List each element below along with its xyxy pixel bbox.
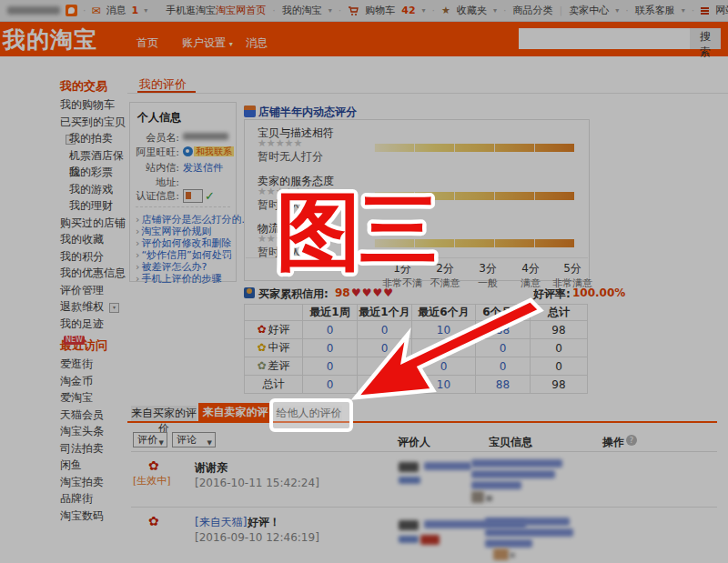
- topbar-categories-link[interactable]: 商品分类: [512, 4, 552, 17]
- chevron-down-icon: ▾: [615, 6, 619, 15]
- sidebar-item-finance[interactable]: 我的理财: [0, 197, 127, 215]
- topbar-seller-center-link[interactable]: 卖家中心: [569, 4, 609, 17]
- sidebar-item-review-management[interactable]: 评价管理: [0, 282, 127, 299]
- blurred-product-link[interactable]: [471, 481, 521, 489]
- topbar-mytaobao-link[interactable]: 我的淘宝: [282, 4, 322, 17]
- topbar-home-link[interactable]: 淘宝网首页: [216, 4, 266, 17]
- comment-filter-select[interactable]: 评论▼: [172, 432, 216, 447]
- new-badge: NEW: [64, 336, 85, 345]
- sidebar-item-brand-street[interactable]: 品牌街: [0, 490, 127, 508]
- sidebar-item-label: 闲鱼: [60, 458, 82, 471]
- sidebar-item-lottery[interactable]: 我的彩票: [0, 164, 127, 181]
- search-input[interactable]: [519, 28, 690, 49]
- col-header-reviewer: 评价人: [398, 435, 430, 450]
- sidebar-item-footprints[interactable]: 我的足迹NEW: [0, 316, 127, 333]
- topbar-site-nav-link[interactable]: 网站导航: [715, 4, 728, 17]
- sidebar-item-refunds[interactable]: 退款维权▾: [0, 298, 127, 316]
- contact-me-link[interactable]: 和我联系: [194, 146, 234, 156]
- sidebar-item-coupons[interactable]: 我的优惠信息: [0, 265, 127, 282]
- wangwang-icon[interactable]: [66, 5, 77, 16]
- sidebar-item-label: 我的拍卖: [69, 132, 113, 145]
- blurred-username: [7, 6, 60, 15]
- separator: ·: [503, 5, 507, 16]
- col-header-action: 操作: [602, 435, 624, 450]
- topbar-favorites-link[interactable]: 收藏夹: [457, 4, 487, 17]
- sidebar-item-label: 淘宝头条: [60, 425, 104, 437]
- blurred-reviewer-avatar: [399, 462, 419, 472]
- menu-icon: [701, 7, 709, 15]
- sidebar-item-aitaobao[interactable]: 爱淘宝: [0, 389, 127, 407]
- figure-label-char-1: 图: [276, 182, 361, 281]
- arrow-bullet-icon: ›: [136, 273, 139, 285]
- profile-title: 个人信息: [137, 110, 181, 126]
- sidebar-item-label: 我的足迹: [60, 317, 104, 330]
- blurred-product-link[interactable]: [471, 459, 562, 467]
- help-question-icon[interactable]: ?: [626, 435, 637, 446]
- cert-label: 认证信息:: [136, 189, 179, 203]
- mail-icon: ✉: [92, 5, 101, 17]
- separator: ·: [432, 5, 436, 16]
- sidebar-item-label: 品牌街: [60, 492, 93, 505]
- chevron-down-icon: ▾: [422, 6, 426, 15]
- wangwang-label: 阿里旺旺:: [136, 146, 179, 159]
- nav-messages[interactable]: 消息: [246, 35, 268, 51]
- blurred-member-name: [183, 133, 228, 140]
- rating-filter-select[interactable]: 评价▼: [133, 432, 167, 447]
- topbar-contact-service-link[interactable]: 联系客服: [635, 4, 675, 17]
- blurred-reviewer-avatar: [399, 520, 419, 530]
- sidebar-item-label: 淘宝数码: [60, 509, 104, 522]
- sidebar-item-label: 我的彩票: [69, 166, 113, 178]
- sidebar-item-games[interactable]: 我的游戏: [0, 181, 127, 198]
- send-mail-link[interactable]: 发送信件: [183, 161, 223, 175]
- credit-label: 买家累积信用:: [258, 287, 329, 302]
- blurred-product-thumbnail[interactable]: [471, 491, 484, 503]
- sidebar-item-xianyu[interactable]: 闲鱼: [0, 457, 127, 474]
- sidebar-item-favorites[interactable]: 我的收藏: [0, 231, 127, 248]
- sidebar-item-auctions[interactable]: 我的拍卖: [0, 130, 127, 147]
- sidebar-item-label: 淘宝拍卖: [60, 476, 104, 488]
- blurred-reviewer-name[interactable]: [424, 462, 471, 470]
- topbar-messages-link[interactable]: 消息: [106, 4, 126, 17]
- sidebar-item-taojinbi[interactable]: 淘金币: [0, 373, 127, 390]
- sidebar-item-points[interactable]: 我的积分: [0, 248, 127, 266]
- sidebar-item-cart[interactable]: 我的购物车: [0, 96, 127, 114]
- topbar-cart-link[interactable]: 购物车: [365, 4, 395, 17]
- nav-home[interactable]: 首页: [136, 35, 158, 51]
- site-logo[interactable]: 我的淘宝: [3, 25, 97, 55]
- chevron-down-icon: ▾: [329, 6, 332, 15]
- search-button[interactable]: 搜索: [690, 28, 721, 49]
- topbar-right: 淘宝网首页 · 我的淘宝 ▾ · 购物车 42 ▾ · ★ 收藏夹 ▾ · 商品…: [216, 4, 728, 17]
- blurred-product-link[interactable]: [485, 518, 570, 526]
- sidebar-item-flights-hotels[interactable]: 机票酒店保险: [0, 147, 127, 165]
- cart-count[interactable]: 42: [401, 5, 415, 16]
- sidebar-item-aiguangjie[interactable]: 爱逛街: [0, 356, 127, 373]
- nav-account-settings[interactable]: 账户设置 ▾: [182, 35, 233, 51]
- tab-reviews-from-sellers[interactable]: 来自卖家的评价: [198, 403, 272, 421]
- annotation-highlight-box: [269, 398, 353, 432]
- sidebar-item-taobao-headlines[interactable]: 淘宝头条: [0, 423, 127, 440]
- expand-icon[interactable]: ▾: [109, 303, 119, 313]
- sidebar-item-shops-visited[interactable]: 购买过的店铺: [0, 215, 127, 232]
- review-source-tag: [来自天猫]: [195, 515, 247, 530]
- score-gradient-bar: [374, 144, 574, 152]
- blurred-product-thumbnail[interactable]: [493, 548, 509, 560]
- wangwang-status-icon: [183, 146, 193, 156]
- sidebar-item-label: 评价管理: [60, 284, 104, 297]
- sidebar-item-taobao-auction[interactable]: 淘宝拍卖: [0, 474, 127, 491]
- help-link-mobile-steps[interactable]: ›手机上评价的步骤: [136, 272, 221, 286]
- sidebar-item-taobao-digital[interactable]: 淘宝数码: [0, 508, 127, 525]
- sidebar-item-judicial-auction[interactable]: 司法拍卖: [0, 440, 127, 457]
- shop-icon: [244, 106, 256, 117]
- mail-label: 站内信:: [146, 161, 179, 175]
- blurred-product-link[interactable]: [485, 528, 573, 537]
- sidebar-item-label: 我的积分: [60, 250, 104, 263]
- review-time: [2016-10-11 15:42:24]: [195, 477, 319, 489]
- tab-reviews-from-buyers[interactable]: 来自买家的评价: [131, 406, 197, 421]
- sidebar-item-tmall-member[interactable]: 天猫会员: [0, 407, 127, 424]
- topbar-mobile-link[interactable]: 手机逛淘宝: [166, 4, 216, 17]
- blurred-product-link[interactable]: [485, 539, 532, 548]
- messages-count[interactable]: 1: [132, 5, 139, 16]
- sidebar-item-purchased[interactable]: 已买到的宝贝▴: [0, 114, 127, 131]
- blurred-seller-badge: [420, 535, 440, 545]
- blurred-product-link[interactable]: [471, 470, 555, 478]
